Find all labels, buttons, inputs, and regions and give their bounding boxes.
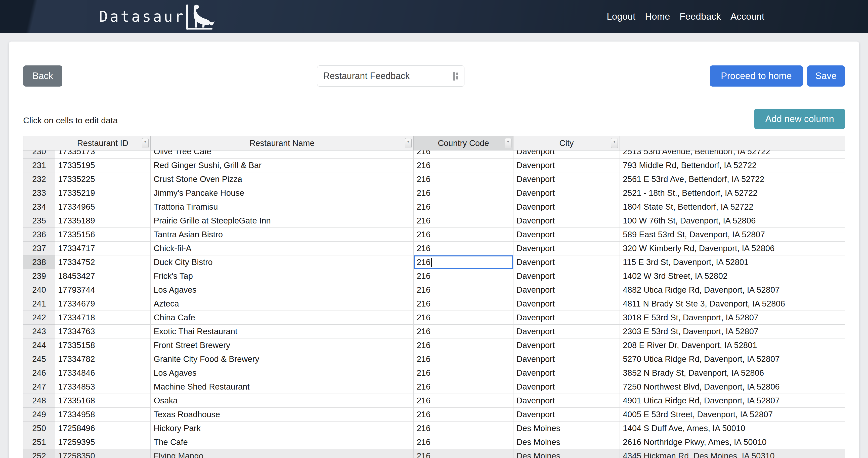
cell-restaurant-name[interactable]: Azteca [151, 297, 414, 311]
nav-link[interactable]: Home [645, 11, 670, 22]
cell-city[interactable]: Davenport [514, 186, 620, 200]
row-number[interactable]: 230 [23, 150, 55, 159]
cell-country-code[interactable]: 216 [414, 297, 514, 311]
cell-country-code[interactable]: 216 [414, 408, 514, 422]
cell-address[interactable]: 2616 Northridge Pkwy, Ames, IA 50010 [620, 435, 845, 449]
cell-restaurant-id[interactable]: 17259395 [55, 435, 151, 449]
dataset-name-input[interactable] [317, 65, 464, 87]
cell-city[interactable]: Davenport [514, 172, 620, 186]
cell-restaurant-name[interactable]: Exotic Thai Restaurant [151, 325, 414, 339]
row-number[interactable]: 245 [23, 352, 55, 366]
row-number[interactable]: 248 [23, 394, 55, 408]
cell-city[interactable]: Davenport [514, 255, 620, 269]
cell-city[interactable]: Davenport [514, 394, 620, 408]
cell-restaurant-name[interactable]: Chick-fil-A [151, 241, 414, 255]
row-number[interactable]: 234 [23, 200, 55, 214]
cell-address[interactable]: 208 E River Dr, Davenport, IA 52801 [620, 339, 845, 352]
cell-country-code[interactable]: 216 [414, 200, 514, 214]
cell-restaurant-id[interactable]: 17334853 [55, 380, 151, 394]
back-button[interactable]: Back [23, 65, 62, 87]
cell-restaurant-id[interactable]: 17334717 [55, 241, 151, 255]
filter-icon[interactable]: ▾ [505, 138, 512, 148]
filter-icon[interactable]: ▾ [405, 138, 412, 148]
cell-address[interactable]: 3852 N Brady St, Davenport, IA 52806 [620, 366, 845, 380]
cell-city[interactable]: Davenport [514, 311, 620, 325]
brand-logo[interactable]: Datasaur [99, 0, 219, 33]
cell-address[interactable]: 4811 N Brady St Ste 3, Davenport, IA 528… [620, 297, 845, 311]
cell-address[interactable]: 4005 E 53rd Street, Davenport, IA 52807 [620, 408, 845, 422]
cell-address[interactable]: 4901 Utica Ridge Rd, Davenport, IA 52807 [620, 394, 845, 408]
row-number[interactable]: 251 [23, 435, 55, 449]
cell-restaurant-name[interactable]: Crust Stone Oven Pizza [151, 172, 414, 186]
cell-address[interactable]: 1404 S Duff Ave, Ames, IA 50010 [620, 422, 845, 435]
cell-city[interactable]: Davenport [514, 214, 620, 228]
cell-address[interactable]: 589 East 53rd St, Davenport, IA 52807 [620, 228, 845, 241]
cell-restaurant-name[interactable]: Red Ginger Sushi, Grill & Bar [151, 159, 414, 172]
cell-country-code[interactable]: 216 [414, 186, 514, 200]
row-number[interactable]: 247 [23, 380, 55, 394]
cell-city[interactable]: Davenport [514, 241, 620, 255]
cell-restaurant-name[interactable]: Duck City Bistro [151, 255, 414, 269]
cell-address[interactable]: 4882 Utica Ridge Rd, Davenport, IA 52807 [620, 283, 845, 297]
cell-restaurant-id[interactable]: 17335173 [55, 150, 151, 159]
cell-city[interactable]: Des Moines [514, 435, 620, 449]
row-number[interactable]: 244 [23, 339, 55, 352]
row-number[interactable]: 249 [23, 408, 55, 422]
cell-city[interactable]: Davenport [514, 297, 620, 311]
cell-address[interactable]: 3018 E 53rd St, Davenport, IA 52807 [620, 311, 845, 325]
cell-restaurant-name[interactable]: Prairie Grille at SteepleGate Inn [151, 214, 414, 228]
cell-restaurant-id[interactable]: 17334763 [55, 325, 151, 339]
proceed-to-home-button[interactable]: Proceed to home [710, 65, 803, 87]
cell-restaurant-id[interactable]: 17335195 [55, 159, 151, 172]
cell-restaurant-name[interactable]: Hickory Park [151, 422, 414, 435]
cell-restaurant-name[interactable]: Los Agaves [151, 366, 414, 380]
cell-country-code[interactable]: 216 [414, 159, 514, 172]
add-new-column-button[interactable]: Add new column [754, 109, 845, 129]
cell-address[interactable]: 100 W 76th St, Davenport, IA 52806 [620, 214, 845, 228]
column-header[interactable]: Restaurant Name ▾ [151, 136, 414, 150]
row-number[interactable]: 232 [23, 172, 55, 186]
cell-city[interactable]: Davenport [514, 408, 620, 422]
column-header[interactable] [620, 136, 845, 150]
cell-country-code[interactable]: 216 [414, 150, 514, 159]
cell-restaurant-id[interactable]: 17334752 [55, 255, 151, 269]
cell-address[interactable]: 793 Middle Rd, Bettendorf, IA 52722 [620, 159, 845, 172]
cell-address[interactable]: 2561 E 53rd Ave, Bettendorf, IA 52722 [620, 172, 845, 186]
cell-city[interactable]: Davenport [514, 150, 620, 159]
cell-city[interactable]: Davenport [514, 159, 620, 172]
row-number[interactable]: 246 [23, 366, 55, 380]
cell-city[interactable]: Davenport [514, 339, 620, 352]
row-number[interactable]: 238 [23, 255, 55, 269]
row-number[interactable]: 250 [23, 422, 55, 435]
row-number[interactable]: 240 [23, 283, 55, 297]
row-number[interactable]: 233 [23, 186, 55, 200]
cell-restaurant-name[interactable]: Los Agaves [151, 283, 414, 297]
cell-city[interactable]: Davenport [514, 366, 620, 380]
row-number[interactable]: 241 [23, 297, 55, 311]
column-header[interactable]: Restaurant ID ▾ [55, 136, 151, 150]
cell-address[interactable]: 1804 State St, Bettendorf, IA 52722 [620, 200, 845, 214]
cell-city[interactable]: Davenport [514, 325, 620, 339]
filter-icon[interactable]: ▾ [142, 138, 149, 148]
cell-restaurant-id[interactable]: 17335219 [55, 186, 151, 200]
cell-restaurant-name[interactable]: Texas Roadhouse [151, 408, 414, 422]
column-header[interactable]: Country Code ▾ [414, 136, 514, 150]
cell-restaurant-id[interactable]: 17335158 [55, 339, 151, 352]
cell-restaurant-id[interactable]: 17335156 [55, 228, 151, 241]
row-number[interactable]: 237 [23, 241, 55, 255]
cell-address[interactable]: 115 E 3rd St, Davenport, IA 52801 [620, 255, 845, 269]
column-header[interactable]: City ▾ [514, 136, 620, 150]
cell-city[interactable]: Davenport [514, 269, 620, 283]
cell-address[interactable]: 1402 W 3rd Street, IA 52802 [620, 269, 845, 283]
cell-country-code[interactable]: 216 [414, 352, 514, 366]
cell-restaurant-id[interactable]: 17334679 [55, 297, 151, 311]
cell-address[interactable]: 320 W Kimberly Rd, Davenport, IA 52806 [620, 241, 845, 255]
cell-restaurant-name[interactable]: Machine Shed Restaurant [151, 380, 414, 394]
cell-restaurant-id[interactable]: 17334958 [55, 408, 151, 422]
cell-restaurant-name[interactable]: Osaka [151, 394, 414, 408]
cell-country-code[interactable]: 216 [414, 380, 514, 394]
cell-restaurant-name[interactable]: Flying Mango [151, 449, 414, 458]
row-number[interactable]: 235 [23, 214, 55, 228]
row-number[interactable]: 252 [23, 449, 55, 458]
cell-country-code[interactable]: 216 [414, 228, 514, 241]
